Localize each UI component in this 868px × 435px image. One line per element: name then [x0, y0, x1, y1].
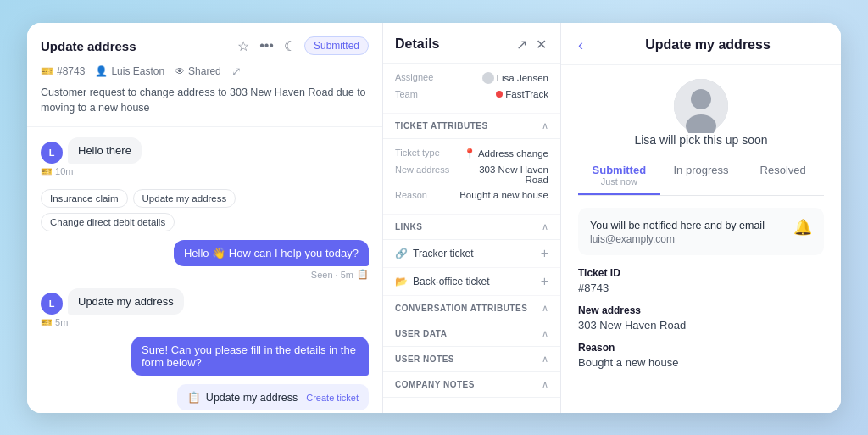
pickup-text: Lisa will pick this up soon	[634, 133, 767, 147]
message-row: Hello 👋 How can I help you today? Seen ·…	[41, 240, 369, 280]
new-address-section: New address 303 New Haven Road	[578, 304, 824, 332]
details-header: Details ↗ ✕	[383, 23, 560, 64]
ticket-type-label: Ticket type	[395, 148, 459, 158]
message-bubble: Hello there	[68, 137, 142, 164]
tab-resolved[interactable]: Resolved	[742, 157, 824, 195]
close-button[interactable]: ✕	[534, 35, 548, 54]
open-external-button[interactable]: ↗	[515, 35, 529, 54]
reason-value: Bought a new house	[578, 356, 824, 369]
company-notes-header[interactable]: COMPANY NOTES ∧	[383, 372, 560, 398]
right-header: ‹ Update my address	[561, 23, 841, 65]
ticket-id-label: Ticket ID	[578, 267, 824, 279]
ticket-actions: ☆ ••• ☾ Submitted	[236, 36, 369, 56]
ticket-header: Update address ☆ ••• ☾ Submitted 🎫 #8743…	[27, 23, 382, 128]
team-dot	[496, 91, 503, 98]
right-body: Lisa will pick this up soon Submitted Ju…	[561, 65, 841, 413]
tab-resolved-label: Resolved	[745, 164, 821, 176]
chat-area: L Hello there 🎫 10m Insurance claim Upda…	[27, 127, 382, 413]
tab-in-progress[interactable]: In progress	[660, 157, 743, 195]
tab-in-progress-label: In progress	[664, 164, 739, 176]
assignee-name: Luis Easton	[111, 65, 164, 77]
message-text: Hello there	[78, 144, 131, 157]
chevron-up-icon: ∧	[542, 221, 548, 232]
tab-submitted-sub: Just now	[581, 176, 657, 187]
message-bubble: Update my address	[68, 288, 184, 315]
details-title: Details	[395, 36, 439, 52]
right-title: Update my address	[592, 37, 824, 53]
notify-email: luis@examply.com	[590, 233, 765, 245]
chevron-up-icon: ∧	[542, 120, 548, 131]
eye-icon: 👁	[175, 65, 185, 77]
conv-attributes-header[interactable]: CONVERSATION ATTRIBUTES ∧	[383, 296, 560, 321]
new-address-label: New address	[578, 304, 824, 316]
tracker-icon: 🔗	[395, 248, 408, 259]
assignee-meta: 👤 Luis Easton	[95, 65, 164, 77]
details-panel: Details ↗ ✕ Assignee Lisa Jensen Team Fa…	[383, 23, 561, 413]
message-text: Hello 👋 How can I help you today?	[184, 247, 359, 259]
message-bubble: Hello 👋 How can I help you today?	[174, 240, 369, 266]
person-icon: 👤	[95, 65, 108, 77]
chevron-up-icon: ∧	[542, 354, 548, 365]
message-row: 📋 Update my address Create ticket Seen ·…	[41, 384, 369, 413]
message-bubble: Sure! Can you please fill in the details…	[131, 337, 369, 376]
ticket-type-field: Ticket type 📍 Address change	[395, 148, 548, 159]
ticket-id: #8743	[57, 65, 85, 77]
ticket-title: Update address	[41, 39, 136, 53]
backoffice-icon: 📂	[395, 276, 408, 287]
new-address-label: New address	[395, 165, 459, 175]
assignee-avatar-icon	[482, 72, 494, 84]
add-tracker-button[interactable]: +	[541, 246, 548, 261]
links-header[interactable]: LINKS ∧	[383, 215, 560, 240]
back-button[interactable]: ‹	[578, 36, 583, 54]
create-ticket-label[interactable]: Create ticket	[306, 393, 359, 403]
tab-submitted[interactable]: Submitted Just now	[578, 157, 660, 195]
message-text: Sure! Can you please fill in the details…	[142, 343, 356, 369]
copy-button[interactable]: 📋	[357, 269, 369, 280]
tracker-ticket-label: Tracker ticket	[413, 248, 474, 259]
user-data-header[interactable]: USER DATA ∧	[383, 321, 560, 347]
status-tabs: Submitted Just now In progress Resolved	[578, 157, 824, 196]
message-time: 🎫 5m	[41, 317, 68, 328]
backoffice-ticket-row[interactable]: 📂 Back-office ticket +	[383, 268, 560, 296]
expand-button[interactable]: ⤢	[231, 64, 242, 78]
quick-reply-update-address[interactable]: Update my address	[133, 189, 236, 208]
shared-meta: 👁 Shared	[175, 65, 221, 77]
message-row: L Hello there 🎫 10m	[41, 137, 369, 177]
star-button[interactable]: ☆	[236, 36, 251, 56]
user-notes-header[interactable]: USER NOTES ∧	[383, 347, 560, 372]
assignee-section: Assignee Lisa Jensen Team FastTrack	[383, 64, 560, 114]
quick-reply-debit[interactable]: Change direct debit details	[41, 213, 175, 231]
tracker-ticket-row[interactable]: 🔗 Tracker ticket +	[383, 240, 560, 268]
left-panel: Update address ☆ ••• ☾ Submitted 🎫 #8743…	[27, 23, 383, 413]
ticket-attributes-header[interactable]: TICKET ATTRIBUTES ∧	[383, 114, 560, 139]
notify-text: You will be notified here and by email	[590, 218, 765, 234]
team-value: FastTrack	[459, 89, 548, 99]
chevron-up-icon: ∧	[542, 328, 548, 339]
ticket-id-meta: 🎫 #8743	[41, 65, 85, 77]
add-backoffice-button[interactable]: +	[541, 274, 548, 289]
moon-button[interactable]: ☾	[282, 36, 298, 56]
reason-field: Reason Bought a new house	[395, 190, 548, 200]
conv-attributes-title: CONVERSATION ATTRIBUTES	[395, 304, 527, 313]
ticket-id-section: Ticket ID #8743	[578, 267, 824, 294]
form-bubble[interactable]: 📋 Update my address Create ticket	[177, 384, 369, 410]
message-row: L Update my address 🎫 5m	[41, 288, 369, 328]
message-time: 🎫 10m	[41, 166, 73, 177]
details-header-actions: ↗ ✕	[515, 35, 548, 54]
ticket-type-value: 📍 Address change	[459, 148, 548, 159]
ticket-description: Customer request to change address to 30…	[41, 85, 369, 117]
chevron-up-icon: ∧	[542, 303, 548, 314]
user-data-title: USER DATA	[395, 329, 447, 338]
form-icon: 📋	[187, 391, 201, 404]
tab-submitted-label: Submitted	[581, 164, 657, 176]
bell-icon: 🔔	[793, 218, 812, 237]
links-title: LINKS	[395, 222, 423, 231]
reason-value: Bought a new house	[459, 190, 548, 200]
quick-reply-insurance[interactable]: Insurance claim	[41, 189, 128, 208]
avatar: L	[41, 293, 63, 315]
ticket-id-value: #8743	[578, 282, 824, 294]
ticket-attributes-title: TICKET ATTRIBUTES	[395, 121, 488, 131]
message-row: Sure! Can you please fill in the details…	[41, 337, 369, 376]
more-button[interactable]: •••	[258, 36, 275, 55]
assignee-field: Assignee Lisa Jensen	[395, 72, 548, 84]
